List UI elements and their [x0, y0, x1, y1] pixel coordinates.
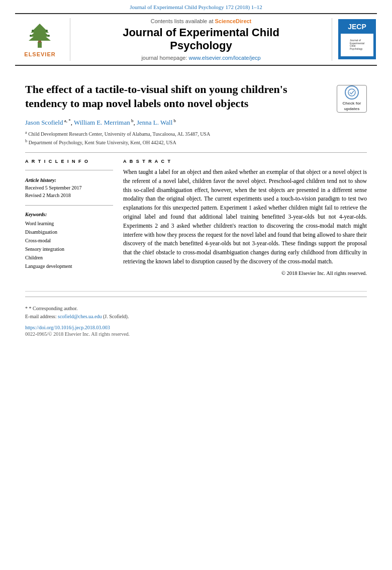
keywords-section: Keywords: Word learning Disambiguation C…: [25, 212, 113, 270]
keyword-2: Disambiguation: [25, 228, 113, 236]
affiliation-1-text: Child Development Research Center, Unive…: [28, 132, 210, 137]
article-info-divider: [25, 170, 113, 170]
jecp-journal-badge: JECP Journal ofExperimentalChildPsycholo…: [338, 19, 376, 59]
homepage-url[interactable]: www.elsevier.com/locate/jecp: [189, 55, 261, 61]
abstract-column: A B S T R A C T When taught a label for …: [123, 159, 367, 276]
email-label: E-mail address:: [25, 314, 56, 319]
bottom-divider: [25, 297, 367, 297]
journal-title-line2: Psychology: [170, 39, 232, 52]
journal-title-line1: Journal of Experimental Child: [123, 26, 279, 39]
journal-main-title: Journal of Experimental Child Psychology: [123, 26, 279, 53]
check-circle-icon: [348, 88, 356, 97]
journal-header-banner: ELSEVIER Contents lists available at Sci…: [15, 13, 377, 66]
section-divider: [25, 152, 367, 153]
author-1-name[interactable]: Jason Scofield: [25, 119, 63, 126]
jecp-cover-text: Journal ofExperimentalChildPsychology: [350, 39, 364, 50]
article-info-column: A R T I C L E I N F O Article history: R…: [25, 159, 113, 276]
email-line: E-mail address: scofield@ches.ua.edu (J.…: [25, 313, 367, 321]
article-info-section-header: A R T I C L E I N F O: [25, 159, 113, 164]
bottom-section: * * Corresponding author. E-mail address…: [25, 291, 367, 337]
article-title-text: The effect of a tactile-to-visual shift …: [25, 83, 287, 110]
elsevier-label: ELSEVIER: [24, 51, 55, 57]
svg-point-9: [348, 89, 355, 96]
keyword-4: Sensory integration: [25, 245, 113, 253]
authors-line: Jason Scofield a, *, William E. Merriman…: [25, 118, 367, 127]
keyword-5: Children: [25, 253, 113, 262]
issn-line: 0022-0965/© 2018 Elsevier Inc. All right…: [25, 331, 367, 337]
check-updates-label: Check for updates: [337, 101, 366, 112]
email-suffix: (J. Scofield).: [103, 314, 129, 319]
journal-title-area: Contents lists available at ScienceDirec…: [70, 18, 332, 61]
svg-point-6: [46, 30, 48, 32]
affiliation-1-sup: a: [25, 130, 27, 135]
corresponding-author-note: * * Corresponding author.: [25, 305, 367, 313]
check-updates-icon: [345, 85, 359, 100]
email-address[interactable]: scofield@ches.ua.edu: [58, 314, 102, 319]
keyword-3: Cross-modal: [25, 236, 113, 245]
article-history: Article history: Received 5 September 20…: [25, 176, 113, 199]
history-label: Article history:: [25, 176, 113, 184]
doi-line[interactable]: https://doi.org/10.1016/j.jecp.2018.03.0…: [25, 325, 367, 330]
two-column-layout: A R T I C L E I N F O Article history: R…: [25, 159, 367, 276]
contents-available-line: Contents lists available at ScienceDirec…: [151, 18, 252, 24]
article-title-area: The effect of a tactile-to-visual shift …: [25, 82, 367, 111]
footnote-star: *: [25, 306, 29, 311]
top-journal-reference: Journal of Experimental Child Psychology…: [0, 0, 392, 13]
affiliation-2-sup: b: [25, 139, 27, 143]
corresponding-author-label: * Corresponding author.: [29, 306, 78, 311]
author-1-sup: a, *: [63, 118, 70, 123]
copyright-line: © 2018 Elsevier Inc. All rights reserved…: [123, 270, 367, 276]
homepage-label: journal homepage:: [141, 55, 187, 61]
journal-ref-text: Journal of Experimental Child Psychology…: [130, 4, 262, 10]
svg-point-5: [32, 30, 34, 32]
elsevier-logo-area: ELSEVIER: [15, 18, 70, 61]
page-wrapper: Journal of Experimental Child Psychology…: [0, 0, 392, 570]
author-3-sup: b: [172, 118, 176, 123]
author-2-sup: b: [130, 118, 134, 123]
affiliations: a Child Development Research Center, Uni…: [25, 130, 367, 146]
check-for-updates-badge[interactable]: Check for updates: [337, 85, 367, 113]
affiliation-2-text: Department of Psychology, Kent State Uni…: [29, 140, 176, 145]
elsevier-tree-icon: [24, 22, 56, 49]
abstract-section-header: A B S T R A C T: [123, 159, 367, 164]
abstract-text: When taught a label for an object and th…: [123, 168, 367, 266]
affiliation-1: a Child Development Research Center, Uni…: [25, 130, 367, 138]
svg-point-7: [30, 35, 32, 37]
jecp-cover-image: Journal ofExperimentalChildPsychology: [341, 34, 373, 56]
author-3-name[interactable]: Jenna L. Wall: [137, 119, 172, 126]
keyword-1: Word learning: [25, 219, 113, 228]
affiliation-2: b Department of Psychology, Kent State U…: [25, 138, 367, 146]
footnote-area: * * Corresponding author. E-mail address…: [25, 305, 367, 321]
revised-date: Revised 2 March 2018: [25, 192, 113, 199]
svg-point-8: [48, 35, 50, 37]
author-2-name[interactable]: William E. Merriman: [74, 119, 130, 126]
doi-url[interactable]: https://doi.org/10.1016/j.jecp.2018.03.0…: [25, 325, 110, 330]
contents-label: Contents lists available at: [151, 18, 214, 24]
jecp-label: JECP: [348, 23, 366, 31]
main-content: The effect of a tactile-to-visual shift …: [0, 66, 392, 347]
jecp-badge-area: JECP Journal ofExperimentalChildPsycholo…: [332, 18, 377, 61]
keyword-6: Language development: [25, 262, 113, 270]
received-date: Received 5 September 2017: [25, 184, 113, 192]
keywords-label: Keywords:: [25, 212, 113, 217]
journal-homepage-line: journal homepage: www.elsevier.com/locat…: [141, 55, 260, 61]
keywords-divider: [25, 205, 113, 206]
sciencedirect-link[interactable]: ScienceDirect: [215, 18, 252, 24]
